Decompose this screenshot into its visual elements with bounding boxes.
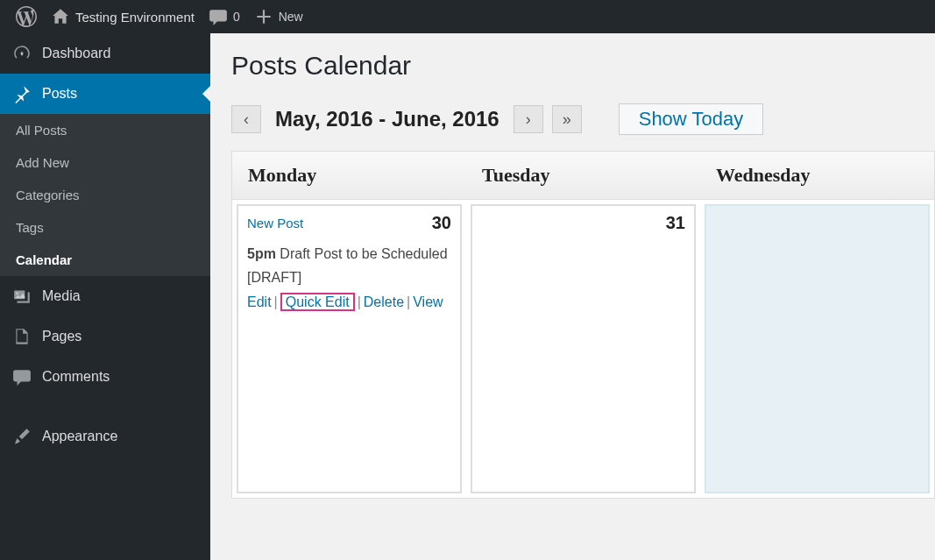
home-icon [51,7,70,26]
sidebar-item-comments[interactable]: Comments [0,357,210,397]
appearance-label: Appearance [42,429,117,444]
pages-label: Pages [42,329,81,344]
svg-point-0 [20,52,23,54]
sub-calendar[interactable]: Calendar [0,244,210,276]
sub-add-new[interactable]: Add New [0,146,210,179]
page-title: Posts Calendar [231,51,935,81]
plus-icon [254,7,273,26]
sidebar-item-posts[interactable]: Posts [0,74,210,114]
calendar-entry: 5pm Draft Post to be Scheduled [DRAFT] [247,242,451,289]
pages-icon [12,327,32,346]
quick-edit-link[interactable]: Quick Edit [280,293,355,311]
comments-count: 0 [233,10,240,24]
entry-title: Draft Post to be Scheduled [DRAFT] [247,246,448,285]
calendar-day-next[interactable] [705,204,930,493]
calendar-day-30[interactable]: New Post 30 5pm Draft Post to be Schedul… [237,204,462,493]
calendar-header-row: Monday Tuesday Wednesday [232,152,934,200]
entry-time: 5pm [247,246,276,261]
comments-label: Comments [42,369,110,385]
day-number: 30 [432,213,451,233]
col-wednesday: Wednesday [700,152,934,199]
next-month-button[interactable]: › [514,105,543,133]
posts-submenu: All Posts Add New Categories Tags Calend… [0,114,210,276]
brush-icon [12,427,32,446]
sidebar-separator [0,397,210,416]
edit-link[interactable]: Edit [247,294,272,309]
date-range: May, 2016 - June, 2016 [270,107,505,131]
sub-categories[interactable]: Categories [0,179,210,211]
media-icon [12,287,32,306]
comment-icon [209,7,228,26]
col-monday: Monday [232,152,466,199]
svg-point-1 [16,292,18,294]
day-header: New Post 30 [247,213,451,233]
sub-all-posts[interactable]: All Posts [0,114,210,146]
main-content: Posts Calendar ‹ May, 2016 - June, 2016 … [210,33,935,560]
new-label: New [279,10,303,24]
sub-tags[interactable]: Tags [0,211,210,244]
sidebar-item-appearance[interactable]: Appearance [0,416,210,457]
sidebar-item-media[interactable]: Media [0,276,210,316]
view-link[interactable]: View [413,294,443,309]
dashboard-label: Dashboard [42,46,110,61]
sidebar-item-pages[interactable]: Pages [0,316,210,357]
admin-sidebar: Dashboard Posts All Posts Add New Catego… [0,33,210,560]
new-post-link[interactable]: New Post [247,216,303,230]
day-header: 31 [481,213,685,233]
calendar-body: New Post 30 5pm Draft Post to be Schedul… [232,200,934,498]
wp-logo[interactable] [9,0,44,33]
media-label: Media [42,288,81,304]
new-content-link[interactable]: New [247,0,310,33]
calendar-nav: ‹ May, 2016 - June, 2016 › » Show Today [231,103,935,135]
calendar-grid: Monday Tuesday Wednesday New Post 30 5pm… [231,151,935,499]
dashboard-icon [12,44,32,63]
posts-label: Posts [42,86,77,102]
prev-month-button[interactable]: ‹ [231,105,261,133]
sidebar-item-dashboard[interactable]: Dashboard [0,33,210,74]
delete-link[interactable]: Delete [364,294,404,309]
col-tuesday: Tuesday [466,152,700,199]
next-double-button[interactable]: » [552,105,582,133]
day-number: 31 [666,213,685,233]
calendar-day-31[interactable]: 31 [471,204,696,493]
comments-link[interactable]: 0 [202,0,247,33]
entry-actions: Edit|Quick Edit|Delete|View [247,294,451,310]
site-link[interactable]: Testing Environment [44,0,202,33]
site-name: Testing Environment [75,10,195,25]
pin-icon [12,84,32,103]
show-today-button[interactable]: Show Today [619,103,763,135]
admin-toolbar: Testing Environment 0 New [0,0,935,33]
comments-icon [12,367,32,386]
